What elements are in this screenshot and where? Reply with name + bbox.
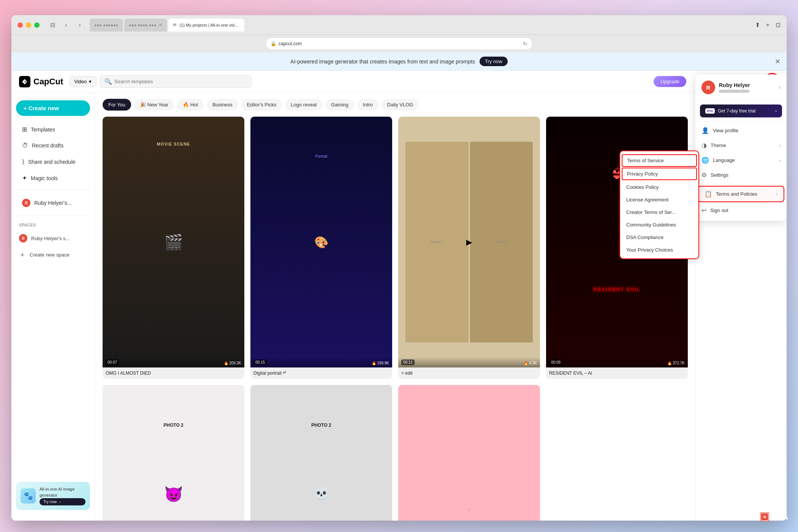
user-dropdown: R Ruby Helyer › Pro Get 7-day free trial…	[695, 74, 787, 221]
video-title-3: RESIDENT EVIL – Ai	[546, 367, 688, 379]
maximize-button[interactable]	[34, 22, 40, 28]
video-filter-dropdown[interactable]: Video ▾	[69, 76, 97, 87]
windows-icon[interactable]: ⊡	[776, 21, 781, 28]
settings-icon: ⚙	[701, 171, 707, 179]
sidebar-toggle[interactable]: ⊟	[47, 20, 58, 30]
views-2: 🔥4.3K	[524, 361, 537, 365]
dropdown-item-view-profile[interactable]: 👤 View profile	[695, 123, 787, 138]
submenu-item-terms-of-service[interactable]: Terms of Service	[622, 154, 697, 167]
tab-for-you[interactable]: For You	[103, 99, 131, 111]
new-tab-icon[interactable]: +	[766, 22, 770, 28]
views-1: 🔥199.9K	[372, 361, 389, 365]
terms-chevron-icon: ›	[776, 192, 777, 197]
magic-icon: ✦	[22, 174, 27, 182]
recent-icon: ⏱	[22, 142, 28, 149]
space-avatar: R	[19, 234, 27, 242]
tab-daily-vlog[interactable]: Daily VLOG	[382, 99, 419, 111]
tab-intro[interactable]: Intro	[357, 99, 378, 111]
submenu-item-license-agreement[interactable]: License Agreement	[620, 193, 698, 206]
banner-try-now-button[interactable]: Try now	[480, 57, 508, 66]
dropdown-item-terms-policies[interactable]: 📋 Terms and Policies ›	[698, 186, 784, 202]
sidebar-templates-label: Templates	[31, 127, 55, 133]
app-content: AI-powered image generator that creates …	[11, 52, 787, 521]
dropdown-divider-2	[695, 184, 787, 184]
user-info: Ruby Helyer	[719, 82, 750, 93]
sidebar-user-label: Ruby Helyer's...	[34, 200, 71, 206]
browser-tab-2[interactable]: ●●● ●●●● ●●● ✕	[124, 19, 167, 32]
share-icon[interactable]: ⬆	[755, 21, 760, 28]
back-button[interactable]: ‹	[61, 20, 71, 30]
tab-editors-picks[interactable]: Editor's Picks	[241, 99, 282, 111]
logo-icon	[19, 76, 30, 87]
sidebar-divider-1	[16, 190, 90, 190]
sidebar-item-magic-tools[interactable]: ✦ Magic tools	[14, 171, 92, 185]
dropdown-item-language[interactable]: 🌐 Language ›	[695, 153, 787, 168]
tab-logo-reveal-label: Logo reveal	[291, 102, 317, 108]
submenu-item-cookies-policy[interactable]: Cookies Policy	[620, 181, 698, 193]
profile-icon: 👤	[701, 127, 709, 134]
sidebar-item-templates[interactable]: ⊞ Templates	[14, 122, 92, 137]
user-avatar-letter: R	[706, 84, 711, 91]
language-chevron-icon: ›	[779, 158, 781, 163]
tab-logo-reveal[interactable]: Logo reveal	[285, 99, 322, 111]
close-button[interactable]	[17, 22, 23, 28]
create-new-button[interactable]: + Create new	[16, 100, 90, 116]
tab-hot[interactable]: 🔥 Hot	[177, 99, 204, 111]
sidebar-divider-2	[16, 215, 90, 216]
video-card-6[interactable]: ♡ 00:12 🔥258.8K	[398, 385, 540, 521]
sidebar-share-label: Share and schedule	[28, 159, 76, 165]
dropdown-item-sign-out[interactable]: ↩ Sign out	[695, 203, 787, 218]
reload-icon[interactable]: ↻	[523, 41, 527, 47]
submenu-item-privacy-choices[interactable]: Your Privacy Choices	[620, 244, 698, 256]
dsa-compliance-label: DSA Compliance	[626, 234, 663, 240]
submenu-item-dsa-compliance[interactable]: DSA Compliance	[620, 231, 698, 244]
minimize-button[interactable]	[26, 22, 31, 28]
plus-icon: ＋	[19, 250, 26, 259]
create-space-button[interactable]: ＋ Create new space	[11, 247, 95, 262]
tab-for-you-label: For You	[108, 102, 125, 108]
banner-close-button[interactable]: ✕	[775, 57, 781, 66]
ai-banner-sidebar[interactable]: 🐾 All-in-one AI image generator Try now …	[16, 482, 90, 510]
pro-banner[interactable]: Pro Get 7-day free trial ›	[700, 104, 782, 117]
submenu-item-community-guidelines[interactable]: Community Guidelines	[620, 218, 698, 231]
theme-label: Theme	[711, 142, 726, 148]
upgrade-button[interactable]: Upgrade	[654, 76, 686, 87]
address-bar[interactable]: 🔒 capcut.com ↻	[266, 38, 532, 49]
video-card-4[interactable]: PHOTO 2 😈 00:13 🔥562.9K TROLL-FACE EDIT	[103, 385, 244, 521]
theme-icon: ◑	[701, 142, 707, 149]
ai-banner-image: 🐾	[21, 488, 36, 504]
sidebar-recent-label: Recent drafts	[32, 142, 63, 149]
video-card-1[interactable]: 🎨 Portrait 00:15 🔥199.9K Digital portrai…	[250, 117, 392, 379]
browser-tab-3-active[interactable]: ✉ (1) My projects | All-in-one video edi…	[168, 19, 244, 32]
video-filter-label: Video	[74, 79, 87, 84]
ai-banner-try-button[interactable]: Try now →	[40, 498, 86, 505]
sidebar-item-user[interactable]: R Ruby Helyer's...	[14, 195, 92, 211]
sidebar-item-recent-drafts[interactable]: ⏱ Recent drafts	[14, 138, 92, 153]
dropdown-item-theme[interactable]: ◑ Theme ›	[695, 138, 787, 153]
video-overlay-1: 00:15 🔥199.9K	[250, 357, 392, 367]
tab-new-year[interactable]: 🎉 New Year	[134, 99, 174, 111]
sidebar-space-item[interactable]: R Ruby Helyer's s...	[11, 231, 95, 245]
submenu-item-privacy-policy[interactable]: Privacy Policy	[622, 168, 697, 180]
submenu-item-creator-terms[interactable]: Creator Terms of Ser...	[620, 206, 698, 218]
terms-of-service-label: Terms of Service	[627, 158, 664, 163]
forward-button[interactable]: ›	[74, 20, 85, 30]
video-grid: 🎬 MOVIE SCENE 00:07 🔥209.3K OMG I ALMOST…	[103, 117, 688, 521]
browser-tab-1[interactable]: ●●● ●●●●●●	[90, 19, 123, 32]
video-card-0[interactable]: 🎬 MOVIE SCENE 00:07 🔥209.3K OMG I ALMOST…	[103, 117, 244, 379]
sidebar-item-share-schedule[interactable]: ⟩ Share and schedule	[14, 154, 92, 169]
video-card-2[interactable]: Photo 1 Photo 2 ▶ 00:11 🔥4.3K > edit	[398, 117, 540, 379]
sidebar-magic-label: Magic tools	[31, 175, 58, 181]
share-icon: ⟩	[22, 158, 24, 165]
search-wrapper: 🔍	[100, 75, 252, 88]
tab-gaming[interactable]: Gaming	[325, 99, 354, 111]
templates-icon: ⊞	[22, 126, 27, 133]
video-card-5[interactable]: PHOTO 2 💀 00:09 🔥97K CAVEIRA EDIT	[250, 385, 392, 521]
terms-icon: 📋	[705, 190, 712, 198]
dropdown-item-settings[interactable]: ⚙ Settings	[695, 168, 787, 182]
tab-2-close[interactable]: ✕	[158, 22, 162, 28]
tab-business[interactable]: Business	[207, 99, 238, 111]
video-thumb-2: Photo 1 Photo 2 ▶ 00:11 🔥4.3K	[398, 117, 540, 367]
views-0: 🔥209.3K	[224, 361, 241, 365]
search-input[interactable]	[114, 79, 247, 84]
